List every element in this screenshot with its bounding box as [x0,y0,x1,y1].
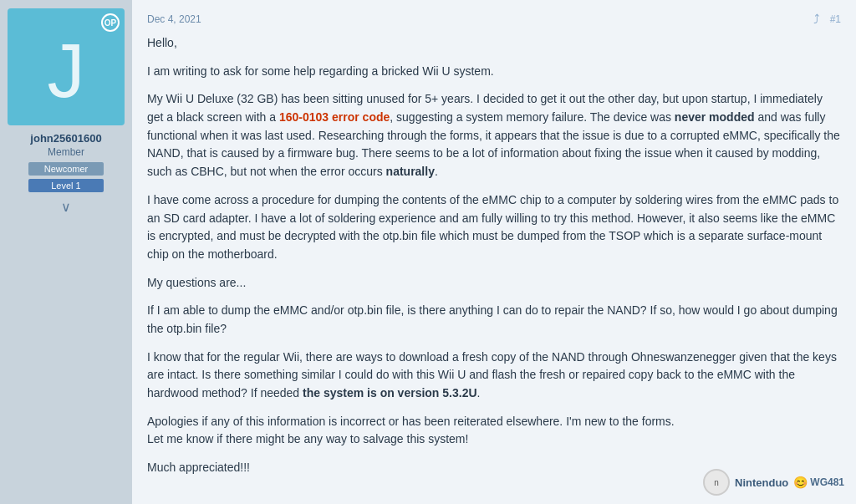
error-code: 160-0103 error code [279,110,390,124]
site-badge: n Nintenduo [703,469,788,496]
sidebar: J OP john25601600 Member Newcomer Level … [0,0,132,504]
nintenduo-logo: n [703,469,730,496]
share-icon[interactable]: ⤴ [813,12,820,26]
post-header: Dec 4, 2021 ⤴ #1 [147,12,841,26]
paragraph-questions-lead: My questions are... [147,274,841,293]
version-text: the system is on version 5.3.2U [303,386,477,400]
op-badge: OP [101,13,120,32]
paragraph-intro: I am writing to ask for some help regard… [147,63,841,81]
never-modded-text: never modded [675,110,755,124]
paragraph-question1: If I am able to dump the eMMC and/or otp… [147,302,841,338]
post-content: Dec 4, 2021 ⤴ #1 Hello, I am writing to … [132,0,856,504]
level-badge: Level 1 [28,179,104,192]
paragraph-apology: Apologies if any of this information is … [147,413,841,449]
paragraph-procedure: I have come across a procedure for dumpi… [147,191,841,264]
post-date: Dec 4, 2021 [147,13,201,25]
avatar-letter: J [48,33,85,109]
wg-username: WG481 [810,476,844,488]
username: john25601600 [30,132,101,145]
footer-bar: n Nintenduo 😊 WG481 [703,469,844,496]
expand-chevron[interactable]: ∨ [61,199,71,215]
user-wg-badge: 😊 WG481 [793,476,844,489]
post-header-actions: ⤴ #1 [813,12,841,26]
post-number: #1 [830,13,841,25]
paragraph-error-desc: My Wii U Deluxe (32 GB) has been sitting… [147,90,841,181]
user-avatar: J OP [8,8,125,125]
naturally-text: naturally [386,165,435,178]
site-name: Nintenduo [735,476,788,489]
paragraph-question2: I know that for the regular Wii, there a… [147,349,841,403]
post-body: Hello, I am writing to ask for some help… [147,34,841,477]
paragraph-greeting: Hello, [147,34,841,53]
badge-emoji: 😊 [793,476,808,489]
user-role: Member [48,146,84,158]
newcomer-badge: Newcomer [28,162,104,176]
